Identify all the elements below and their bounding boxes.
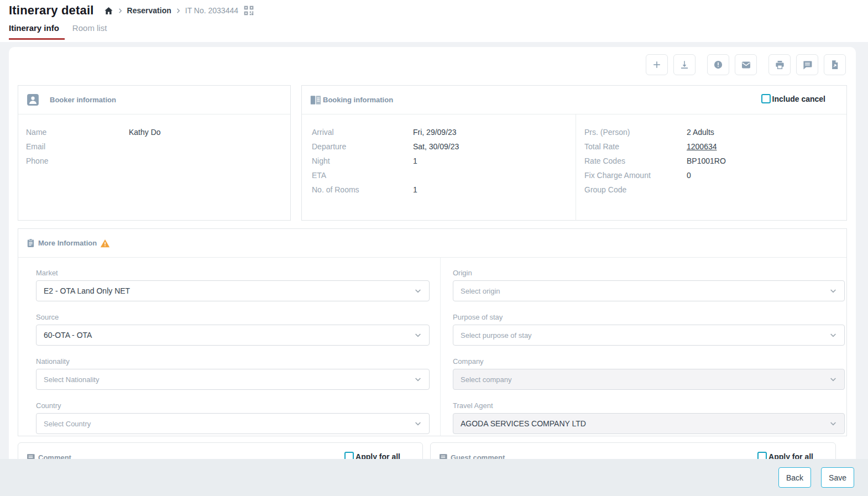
tab-label: Itinerary info	[9, 23, 59, 33]
save-button[interactable]: Save	[821, 467, 854, 488]
file-export-icon	[830, 60, 840, 70]
source-select[interactable]: 60-OTA - OTA	[36, 325, 430, 346]
tab-itinerary-info[interactable]: Itinerary info	[9, 23, 65, 40]
company-field: Company Select company	[453, 357, 845, 390]
field-label: Group Code	[584, 185, 687, 194]
include-cancel-label: Include cancel	[772, 95, 825, 103]
email-button[interactable]	[735, 54, 757, 75]
booking-rate-codes-row: Rate Codes BP1001RO	[584, 154, 846, 168]
purpose-of-stay-select[interactable]: Select purpose of stay	[453, 325, 845, 346]
booking-departure-row: Departure Sat, 30/09/23	[312, 139, 576, 154]
origin-select[interactable]: Select origin	[453, 280, 845, 301]
select-value: AGODA SERVICES COMPANY LTD	[461, 419, 586, 428]
booking-right-column: Prs. (Person) 2 Adults Total Rate 120063…	[576, 114, 846, 221]
nationality-field: Nationality Select Nationality	[36, 357, 430, 390]
field-label: No. of Rooms	[312, 185, 413, 194]
more-info-body: Market E2 - OTA Land Only NET Source 60-…	[18, 258, 846, 436]
booking-panel-header: Booking information Include cancel	[302, 86, 846, 114]
booker-fields: Name Kathy Do Email Phone	[18, 114, 290, 168]
app-root: Itinerary detail Reservation IT No. 2033…	[0, 0, 868, 496]
field-value: 1	[413, 185, 417, 194]
add-button[interactable]	[646, 54, 668, 75]
field-label: Nationality	[36, 357, 430, 366]
print-button[interactable]	[768, 54, 791, 75]
warning-icon	[100, 238, 110, 248]
toolbar	[640, 54, 846, 75]
nationality-select[interactable]: Select Nationality	[36, 369, 430, 390]
booker-panel-header: Booker information	[18, 86, 290, 114]
export-file-button[interactable]	[824, 54, 846, 75]
chevron-down-icon	[414, 419, 422, 428]
field-value: BP1001RO	[687, 156, 726, 165]
comment-button[interactable]	[796, 54, 818, 75]
field-value: Kathy Do	[129, 128, 161, 137]
field-label: Origin	[453, 269, 845, 277]
booker-information-panel: Booker information Name Kathy Do Email P…	[18, 85, 291, 221]
market-select[interactable]: E2 - OTA Land Only NET	[36, 280, 430, 301]
select-placeholder: Select company	[461, 375, 512, 384]
tab-room-list[interactable]: Room list	[72, 23, 111, 40]
select-placeholder: Select Nationality	[44, 375, 99, 384]
chevron-down-icon	[829, 286, 838, 295]
country-field: Country Select Country	[36, 401, 430, 434]
booking-persons-row: Prs. (Person) 2 Adults	[584, 125, 846, 139]
plus-icon	[651, 59, 662, 70]
breadcrumb: Reservation IT No. 2033444	[104, 5, 254, 16]
chevron-down-icon	[414, 375, 422, 384]
field-label: Email	[26, 142, 129, 151]
download-button[interactable]	[673, 54, 696, 75]
travel-agent-select[interactable]: AGODA SERVICES COMPANY LTD	[453, 413, 845, 434]
total-rate-link[interactable]: 1200634	[687, 142, 717, 151]
content-card: Booker information Name Kathy Do Email P…	[9, 47, 856, 496]
booker-panel-title: Booker information	[50, 96, 116, 104]
page-title: Itinerary detail	[9, 3, 94, 18]
chevron-down-icon	[414, 331, 422, 340]
market-field: Market E2 - OTA Land Only NET	[36, 269, 430, 301]
select-value: 60-OTA - OTA	[44, 331, 92, 340]
clipboard-icon	[26, 238, 35, 248]
breadcrumb-reservation[interactable]: Reservation	[127, 6, 171, 15]
field-label: Purpose of stay	[453, 313, 845, 321]
comment-bubble-icon	[802, 60, 813, 70]
home-icon[interactable]	[104, 6, 113, 15]
field-label: Company	[453, 357, 845, 366]
alert-button[interactable]	[707, 54, 729, 75]
chevron-right-icon	[117, 8, 123, 14]
person-icon	[26, 93, 40, 107]
field-label: Fix Charge Amount	[584, 171, 687, 180]
select-placeholder: Select Country	[44, 420, 91, 428]
field-value: Fri, 29/09/23	[413, 128, 457, 137]
chevron-down-icon	[829, 331, 838, 340]
booker-email-row: Email	[26, 139, 283, 154]
booking-rooms-row: No. of Rooms 1	[312, 182, 576, 197]
field-label: Travel Agent	[453, 401, 845, 410]
chevron-down-icon	[829, 419, 838, 428]
field-label: Arrival	[312, 128, 413, 137]
field-label: Market	[36, 269, 430, 277]
origin-field: Origin Select origin	[453, 269, 845, 301]
travel-agent-field: Travel Agent AGODA SERVICES COMPANY LTD	[453, 401, 845, 434]
more-info-title: More Information	[38, 239, 97, 247]
booker-name-row: Name Kathy Do	[26, 125, 283, 139]
action-footer: Back Save	[0, 459, 868, 496]
country-select[interactable]: Select Country	[36, 413, 430, 434]
field-label: Total Rate	[584, 142, 687, 151]
select-placeholder: Select purpose of stay	[461, 331, 532, 340]
booking-information-panel: Booking information Include cancel Arriv…	[301, 85, 847, 221]
booking-left-column: Arrival Fri, 29/09/23 Departure Sat, 30/…	[302, 114, 576, 197]
download-icon	[679, 60, 689, 70]
field-label: Night	[312, 156, 413, 165]
select-value: E2 - OTA Land Only NET	[44, 286, 130, 295]
field-label: Source	[36, 313, 430, 321]
source-field: Source 60-OTA - OTA	[36, 313, 430, 346]
company-select[interactable]: Select company	[453, 369, 845, 390]
qr-code-icon[interactable]	[243, 5, 254, 16]
select-placeholder: Select origin	[461, 287, 500, 295]
field-label: Country	[36, 401, 430, 410]
include-cancel-toggle[interactable]: Include cancel	[761, 94, 825, 103]
back-button[interactable]: Back	[778, 467, 811, 488]
field-label: Phone	[26, 156, 129, 165]
booker-phone-row: Phone	[26, 154, 283, 168]
booking-fix-charge-row: Fix Charge Amount 0	[584, 168, 846, 182]
include-cancel-checkbox[interactable]	[761, 94, 771, 103]
